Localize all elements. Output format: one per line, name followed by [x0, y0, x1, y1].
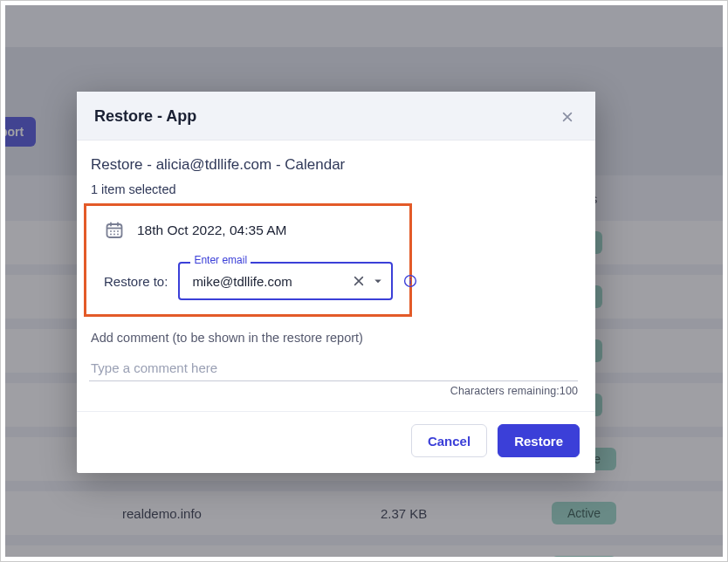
svg-point-6 [117, 234, 119, 236]
svg-point-5 [113, 234, 115, 236]
email-field[interactable] [190, 273, 352, 290]
svg-point-4 [110, 234, 112, 236]
close-icon[interactable] [560, 110, 574, 124]
char-remaining: Characters remaining:100 [89, 385, 578, 397]
info-icon[interactable] [403, 274, 417, 288]
restore-to-label: Restore to: [104, 274, 168, 289]
cancel-button[interactable]: Cancel [411, 424, 487, 457]
calendar-icon [104, 220, 125, 241]
modal-subtitle: Restore - alicia@tdllife.com - Calendar [89, 156, 578, 174]
chevron-down-icon[interactable] [371, 274, 384, 288]
restore-modal: Restore - App Restore - alicia@tdllife.c… [77, 92, 595, 473]
email-float-label: Enter email [190, 254, 251, 266]
snapshot-date: 18th Oct 2022, 04:35 AM [137, 223, 286, 238]
restore-button[interactable]: Restore [498, 424, 580, 457]
selected-count: 1 item selected [89, 182, 578, 196]
svg-point-3 [117, 230, 119, 232]
comment-input[interactable] [89, 353, 578, 381]
clear-icon[interactable] [353, 274, 366, 288]
comment-label: Add comment (to be shown in the restore … [89, 331, 578, 345]
email-field-wrap [178, 262, 393, 300]
svg-point-8 [409, 278, 411, 279]
svg-point-1 [110, 230, 112, 232]
svg-point-2 [113, 230, 115, 232]
modal-title: Restore - App [94, 107, 196, 126]
highlight-box: 18th Oct 2022, 04:35 AM Restore to: Ente… [84, 203, 412, 317]
